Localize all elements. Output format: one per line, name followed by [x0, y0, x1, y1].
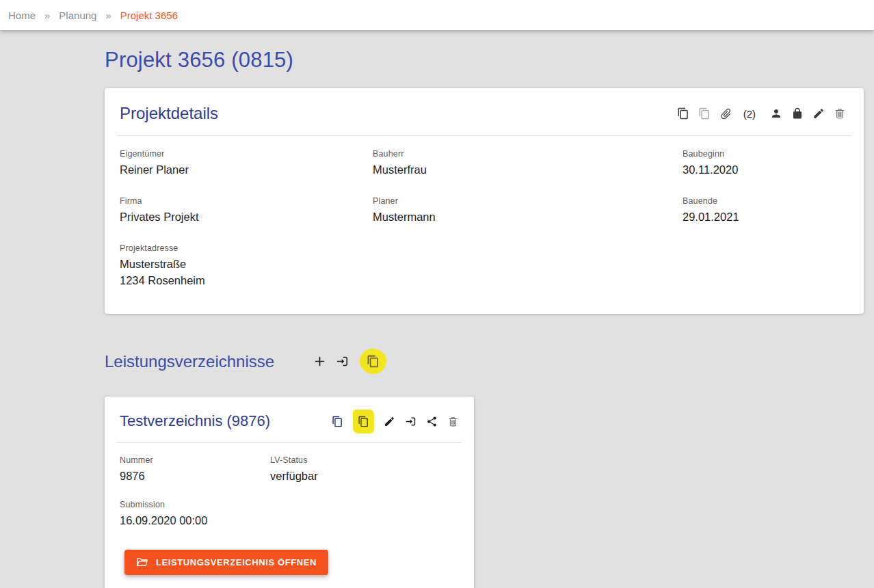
- field-firma: Firma Privates Projekt: [120, 196, 373, 226]
- lv-card-toolbar: [332, 410, 459, 433]
- field-label: Nummer: [120, 455, 270, 465]
- copy-icon-disabled[interactable]: [698, 107, 711, 120]
- open-lv-button[interactable]: LEISTUNGSVERZEICHNIS ÖFFNEN: [124, 550, 328, 575]
- lv-section-title: Leistungsverzeichnisse: [105, 352, 274, 371]
- copy-icon-highlighted[interactable]: [360, 349, 386, 374]
- copy-icon[interactable]: [332, 416, 343, 427]
- breadcrumb-planung[interactable]: Planung: [59, 10, 96, 21]
- lock-icon[interactable]: [791, 107, 804, 120]
- field-label: Bauherr: [373, 149, 683, 159]
- field-label: Baubeginn: [683, 149, 849, 159]
- field-value: verfügbar: [270, 468, 459, 485]
- breadcrumb-separator: »: [44, 10, 50, 21]
- field-label: Projektadresse: [120, 243, 373, 253]
- project-details-card: Projektdetails (2): [105, 88, 864, 314]
- field-label: Planer: [373, 196, 683, 206]
- import-icon[interactable]: [336, 355, 349, 368]
- lv-section-toolbar: [313, 349, 386, 374]
- field-value: Privates Projekt: [120, 209, 373, 226]
- field-label: Bauende: [683, 196, 849, 206]
- field-nummer: Nummer 9876: [120, 455, 270, 485]
- main-content: Projekt 3656 (0815) Projektdetails (2): [0, 30, 874, 588]
- field-value-line1: Musterstraße: [120, 256, 373, 273]
- share-icon[interactable]: [426, 416, 438, 427]
- breadcrumb-home[interactable]: Home: [8, 10, 36, 21]
- field-label: LV-Status: [270, 455, 459, 465]
- lv-section-header: Leistungsverzeichnisse: [105, 345, 864, 378]
- add-icon[interactable]: [313, 355, 326, 368]
- copy-icon[interactable]: [677, 107, 689, 120]
- field-value: 30.11.2020: [683, 162, 849, 178]
- page-title: Projekt 3656 (0815): [105, 48, 864, 72]
- field-value: 9876: [120, 468, 270, 485]
- field-value: Reiner Planer: [120, 162, 373, 178]
- project-details-toolbar: (2): [677, 107, 846, 120]
- lv-card-fields: Nummer 9876 Submission 16.09.2020 00:00 …: [105, 443, 474, 544]
- field-planer: Planer Mustermann: [373, 196, 683, 226]
- field-bauende: Bauende 29.01.2021: [683, 196, 849, 226]
- edit-icon[interactable]: [812, 107, 825, 120]
- folder-open-icon: [136, 556, 148, 568]
- delete-icon[interactable]: [834, 107, 846, 120]
- field-value-line2: 1234 Rosenheim: [120, 273, 373, 289]
- field-projektadresse: Projektadresse Musterstraße 1234 Rosenhe…: [120, 243, 373, 289]
- field-label: Eigentümer: [120, 149, 373, 159]
- attachment-icon[interactable]: [717, 105, 735, 123]
- field-label: Submission: [120, 500, 270, 509]
- copy-icon-highlighted[interactable]: [353, 410, 374, 433]
- edit-icon[interactable]: [384, 416, 395, 427]
- field-eigentuemer: Eigentümer Reiner Planer: [120, 149, 373, 178]
- field-value: 29.01.2021: [683, 209, 849, 226]
- lv-card-title: Testverzeichnis (9876): [120, 412, 270, 430]
- field-submission: Submission 16.09.2020 00:00: [120, 500, 270, 529]
- field-label: Firma: [120, 196, 373, 206]
- lv-card: Testverzeichnis (9876): [105, 397, 474, 588]
- project-details-fields: Eigentümer Reiner Planer Firma Privates …: [105, 136, 864, 314]
- project-details-title: Projektdetails: [120, 104, 218, 123]
- breadcrumb-separator: »: [105, 10, 111, 21]
- delete-icon[interactable]: [447, 416, 459, 427]
- import-icon[interactable]: [405, 416, 416, 427]
- field-bauherr: Bauherr Musterfrau: [373, 149, 683, 178]
- attachment-count: (2): [743, 108, 756, 120]
- breadcrumb-bar: Home » Planung » Projekt 3656: [0, 0, 874, 30]
- person-icon[interactable]: [770, 107, 782, 120]
- field-value: 16.09.2020 00:00: [120, 513, 270, 529]
- breadcrumb-current-project[interactable]: Projekt 3656: [120, 10, 178, 21]
- field-lv-status: LV-Status verfügbar: [270, 455, 459, 485]
- field-value: Mustermann: [373, 209, 683, 226]
- open-lv-button-label: LEISTUNGSVERZEICHNIS ÖFFNEN: [156, 557, 317, 567]
- field-value: Musterfrau: [373, 162, 683, 178]
- field-baubeginn: Baubeginn 30.11.2020: [683, 149, 849, 178]
- breadcrumb: Home » Planung » Projekt 3656: [8, 10, 178, 21]
